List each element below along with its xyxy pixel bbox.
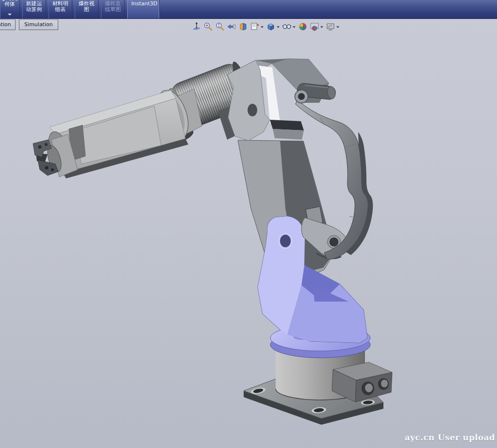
zoom-to-fit-icon[interactable]: [192, 22, 201, 32]
robot-arm-model[interactable]: [0, 0, 497, 448]
graphics-viewport[interactable]: [0, 0, 497, 448]
tab-label: Simulation: [24, 21, 53, 28]
zoom-in-out-icon[interactable]: [215, 22, 225, 32]
display-style-dropdown-arrow[interactable]: [277, 26, 280, 28]
apply-scene-dropdown-arrow[interactable]: [320, 26, 323, 28]
button-label: 细表: [49, 7, 72, 13]
bracket-hole: [280, 235, 291, 247]
display-style-icon[interactable]: [266, 22, 276, 32]
hide-show-items-icon[interactable]: [282, 22, 292, 32]
ribbon-button-explode-line-sketch: 爆炸直 线草图: [101, 0, 125, 18]
zoom-to-area-icon[interactable]: [203, 22, 213, 32]
heads-up-view-toolbar: [191, 21, 341, 32]
button-label: 动算例: [22, 7, 46, 13]
view-orientation-icon[interactable]: [250, 22, 260, 32]
view-settings-icon[interactable]: [326, 22, 335, 32]
command-manager-tabs: ation Simulation: [0, 19, 59, 30]
dropdown-arrow-icon[interactable]: [8, 14, 12, 16]
watermark: ayc.cn User upload: [405, 432, 495, 442]
edit-appearance-icon[interactable]: [298, 22, 308, 32]
tab-simulation[interactable]: Simulation: [19, 19, 58, 30]
elbow-head[interactable]: [218, 59, 329, 141]
tab-label: ation: [0, 21, 11, 28]
button-label: 线草图: [101, 7, 124, 13]
tab-clipped[interactable]: ation: [0, 19, 16, 30]
ribbon-button-instant3d[interactable]: Instant3D: [127, 0, 160, 18]
view-orientation-dropdown-arrow[interactable]: [261, 26, 264, 28]
button-label: Instant3D: [127, 1, 159, 7]
apply-scene-icon[interactable]: [310, 22, 319, 32]
command-manager-ribbon: 参考几 何体 新建运 动算例 材料明 细表 爆炸视 图 爆炸直 线草图 Inst…: [0, 0, 497, 19]
ribbon-button-new-motion-study[interactable]: 新建运 动算例: [22, 0, 46, 18]
button-label: 何体: [0, 1, 19, 7]
view-settings-dropdown-arrow[interactable]: [336, 26, 339, 28]
previous-view-icon[interactable]: [227, 22, 236, 32]
ribbon-button-exploded-view[interactable]: 爆炸视 图: [75, 0, 99, 18]
hide-show-items-dropdown-arrow[interactable]: [293, 26, 296, 28]
ribbon-button-bill-of-materials[interactable]: 材料明 细表: [49, 0, 72, 18]
solidworks-window: { "ribbon": { "buttons": [ {"id":"refere…: [0, 0, 497, 448]
link-hole: [330, 238, 339, 247]
clevis-hole: [248, 104, 257, 116]
section-view-icon[interactable]: [238, 22, 248, 32]
ribbon-button-reference-geometry[interactable]: 参考几 何体: [0, 0, 20, 18]
button-label: 图: [75, 7, 98, 13]
